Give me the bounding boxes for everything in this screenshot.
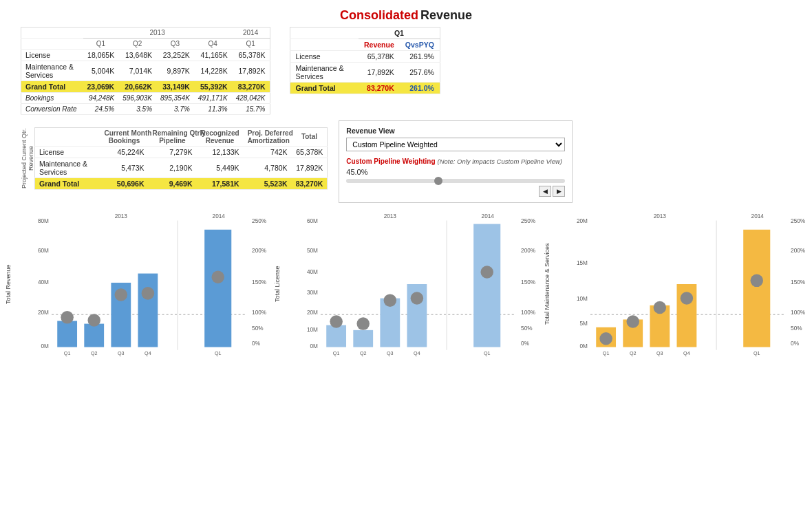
svg-text:200%: 200% (791, 248, 806, 254)
svg-text:2014: 2014 (751, 213, 764, 219)
q1-2014-header: Q1 (232, 39, 270, 50)
proj-maint-label: Maintenance &Services (35, 158, 100, 177)
svg-text:Q2: Q2 (91, 350, 98, 356)
lic-bar-q1-2013 (327, 325, 347, 347)
revenue-col-header: Revenue (359, 39, 400, 51)
q1-license-label: License (290, 51, 359, 63)
bookings-q3-2013: 895,354K (156, 93, 194, 104)
slider-arrows: ◀ ▶ (346, 186, 565, 197)
proj-lic-cm: 45,224K (100, 146, 149, 158)
conv-q3-2013: 3.7% (156, 104, 194, 115)
grand-total-row: Grand Total 23,069K 20,662K 33,149K 55,3… (21, 81, 270, 93)
proj-lic-rem: 7,279K (149, 146, 197, 158)
lic-dot-q1-2013 (330, 315, 343, 328)
proj-col-cm: Current MonthBookings (100, 127, 149, 146)
page: Consolidated Revenue 2013 2014 Q1 Q2 (0, 0, 812, 507)
projected-vertical-label: Projected Current Qtr. Revenue (21, 120, 34, 196)
svg-text:2013: 2013 (653, 213, 666, 219)
q1-summary-wrapper: Q1 Revenue QvsPYQ License 65,378K 261.9% (284, 27, 440, 94)
proj-lic-rec: 12,133K (197, 146, 244, 158)
q1-grand-total-row: Grand Total 83,270K 261.0% (290, 83, 440, 94)
year-2013-header: 2013 (83, 28, 232, 39)
bookings-label: Bookings (21, 93, 83, 104)
maintenance-label: Maintenance &Services (21, 61, 83, 81)
license-row: License 18,065K 13,648K 23,252K 41,165K … (21, 50, 270, 61)
license-q1-2014: 65,378K (232, 50, 270, 61)
proj-col-total: Total (292, 127, 328, 146)
rev-bar-q4-2013 (138, 274, 158, 347)
projected-section: Projected Current Qtr. Revenue Current M… (21, 120, 328, 196)
year-2014-header: 2014 (232, 28, 270, 39)
total-maintenance-chart-wrap: Total Maintenance & Services 20M 15M 10M… (542, 210, 809, 358)
conversion-label: Conversion Rate (21, 104, 83, 115)
svg-text:2014: 2014 (482, 213, 495, 219)
slider-track[interactable] (346, 179, 565, 183)
svg-text:10M: 10M (307, 327, 318, 333)
q1-license-row: License 65,378K 261.9% (290, 51, 440, 63)
q1-license-revenue: 65,378K (359, 51, 400, 63)
svg-text:Q1: Q1 (484, 350, 491, 356)
title-area: Consolidated Revenue (0, 0, 812, 27)
quarterly-table: 2013 2014 Q1 Q2 Q3 Q4 Q1 License (21, 27, 270, 115)
svg-text:Q3: Q3 (118, 350, 125, 356)
maint-dot-q3-2013 (653, 301, 666, 314)
proj-maint-def: 4,780K (244, 158, 292, 177)
slider-thumb[interactable] (434, 177, 442, 185)
proj-gt-row: Grand Total 50,696K 9,469K 17,581K 5,523… (35, 177, 328, 189)
svg-text:2013: 2013 (384, 213, 397, 219)
svg-text:250%: 250% (791, 218, 806, 224)
license-q3-2013: 23,252K (156, 50, 194, 61)
conv-q1-2014: 15.7% (232, 104, 270, 115)
maint-q1-2013: 5,004K (83, 61, 119, 81)
svg-text:0M: 0M (579, 343, 588, 349)
proj-lic-def: 742K (244, 146, 292, 158)
proj-license-label: License (35, 146, 100, 158)
svg-text:Q2: Q2 (630, 350, 637, 356)
svg-text:60M: 60M (307, 218, 318, 224)
q1-maint-row: Maintenance &Services 17,892K 257.6% (290, 63, 440, 83)
proj-gt-def: 5,523K (244, 177, 292, 189)
conv-q2-2013: 3.5% (118, 104, 156, 115)
svg-text:Q1: Q1 (602, 350, 609, 356)
gt-q3-2013: 33,149K (156, 81, 194, 93)
total-maintenance-v-label: Total Maintenance & Services (542, 210, 553, 358)
bookings-q1-2014: 428,042K (232, 93, 270, 104)
license-label: License (21, 50, 83, 61)
svg-text:Q1: Q1 (754, 350, 760, 356)
qvspyq-col-header: QvsPYQ (400, 39, 440, 51)
slider-right-arrow[interactable]: ▶ (553, 186, 565, 197)
svg-text:150%: 150% (252, 279, 267, 285)
total-license-v-label: Total License (272, 210, 283, 358)
maintenance-row: Maintenance &Services 5,004K 7,014K 9,89… (21, 61, 270, 81)
proj-lic-total: 65,378K (292, 146, 328, 158)
proj-gt-label: Grand Total (35, 177, 100, 189)
conv-q1-2013: 24.5% (83, 104, 119, 115)
svg-text:50%: 50% (791, 325, 802, 332)
svg-text:200%: 200% (252, 248, 267, 254)
pipeline-weighting-note: (Note: Only impacts Custom Pipeline View… (438, 158, 562, 165)
svg-text:0%: 0% (791, 341, 800, 347)
maint-dot-q4-2013 (680, 292, 693, 305)
q2-2013-header: Q2 (118, 39, 156, 50)
q1-gt-qvspyq: 261.0% (400, 83, 440, 94)
q4-2013-header: Q4 (194, 39, 232, 50)
gt-q2-2013: 20,662K (118, 81, 156, 93)
svg-text:150%: 150% (521, 279, 536, 285)
svg-text:40M: 40M (307, 269, 318, 275)
gt-q1-2013: 23,069K (83, 81, 119, 93)
q1-2013-header: Q1 (83, 39, 119, 50)
maint-q3-2013: 9,897K (156, 61, 194, 81)
total-maintenance-chart: 20M 15M 10M 5M 0M 250% 200% 150% 100% 50… (553, 210, 809, 358)
slider-left-arrow[interactable]: ◀ (539, 186, 551, 197)
svg-text:80M: 80M (38, 218, 49, 224)
lic-dot-q2-2013 (357, 317, 370, 330)
total-license-chart: 60M 50M 40M 30M 20M 10M 0M 250% 200% 150… (283, 210, 539, 358)
rev-dot-q1-2013 (61, 311, 74, 324)
lic-dot-q3-2013 (384, 294, 397, 307)
revenue-view-select[interactable]: Custom Pipeline Weighted Standard Pipeli… (346, 138, 565, 151)
svg-text:50%: 50% (252, 325, 264, 332)
svg-text:Q4: Q4 (414, 350, 420, 356)
svg-text:60M: 60M (38, 248, 49, 254)
rev-dot-q4-2013 (142, 287, 155, 300)
svg-text:0M: 0M (41, 343, 49, 349)
